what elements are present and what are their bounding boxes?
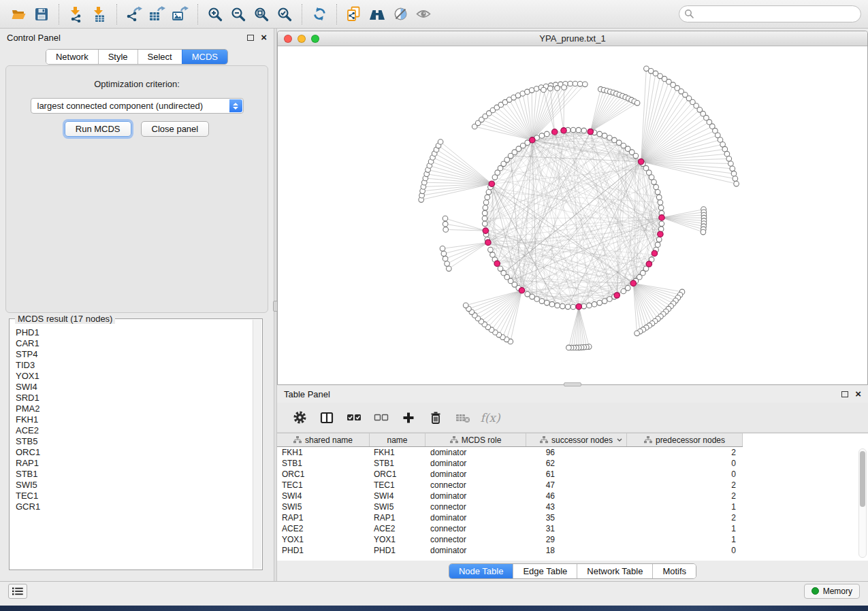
list-item[interactable]: ORC1: [16, 447, 253, 458]
table-cell[interactable]: 0: [627, 469, 743, 479]
table-cell[interactable]: 61: [526, 469, 627, 479]
list-item[interactable]: ACE2: [16, 425, 253, 436]
tab-motifs[interactable]: Motifs: [652, 564, 696, 578]
tab-select[interactable]: Select: [138, 50, 182, 64]
table-cell[interactable]: dominator: [425, 459, 526, 468]
list-item[interactable]: TID3: [16, 360, 253, 371]
new-network-from-selection-icon[interactable]: [344, 4, 364, 24]
column-header[interactable]: name: [370, 433, 425, 446]
list-item[interactable]: SWI5: [16, 480, 253, 491]
table-cell[interactable]: PHD1: [370, 546, 425, 555]
table-cell[interactable]: dominator: [425, 448, 526, 457]
create-column-plus-icon[interactable]: [398, 408, 419, 428]
export-table-icon[interactable]: [147, 4, 167, 24]
sort-chevron-icon[interactable]: [617, 438, 622, 442]
table-row[interactable]: RAP1RAP1dominator352: [277, 512, 868, 523]
refresh-icon[interactable]: [309, 4, 329, 24]
hide-graphics-details-icon[interactable]: [390, 4, 411, 24]
table-row[interactable]: ACE2ACE2connector311: [277, 523, 868, 534]
mcds-result-scrollbar[interactable]: [253, 320, 261, 569]
network-graph[interactable]: [278, 46, 865, 382]
table-cell[interactable]: ORC1: [277, 469, 370, 479]
delete-column-trash-icon[interactable]: [425, 408, 446, 428]
memory-button[interactable]: Memory: [804, 584, 860, 599]
table-cell[interactable]: SWI4: [277, 491, 370, 501]
table-row[interactable]: YOX1YOX1connector291: [277, 534, 868, 545]
table-row[interactable]: SWI4SWI4dominator462: [277, 491, 868, 501]
table-cell[interactable]: STB1: [277, 459, 370, 468]
list-item[interactable]: SWI4: [16, 382, 253, 393]
export-network-icon[interactable]: [124, 4, 144, 24]
close-panel-button[interactable]: Close panel: [141, 121, 210, 137]
table-cell[interactable]: 46: [526, 491, 627, 501]
horizontal-splitter-grip[interactable]: [564, 382, 581, 386]
table-cell[interactable]: SWI5: [370, 502, 425, 512]
list-item[interactable]: PMA2: [16, 403, 253, 414]
table-cell[interactable]: 2: [627, 448, 743, 457]
criterion-dropdown[interactable]: largest connected component (undirected): [31, 98, 244, 114]
zoom-out-icon[interactable]: [228, 4, 248, 24]
table-cell[interactable]: YOX1: [370, 535, 425, 544]
tab-edge-table[interactable]: Edge Table: [513, 564, 577, 578]
table-cell[interactable]: 29: [526, 535, 627, 544]
table-cell[interactable]: PHD1: [277, 546, 370, 555]
table-cell[interactable]: connector: [425, 502, 526, 512]
table-cell[interactable]: 1: [627, 535, 743, 544]
list-item[interactable]: CAR1: [16, 338, 253, 349]
table-cell[interactable]: ORC1: [370, 469, 425, 479]
table-cell[interactable]: RAP1: [277, 513, 370, 523]
list-item[interactable]: PHD1: [16, 327, 253, 338]
table-cell[interactable]: 43: [526, 502, 627, 512]
table-cell[interactable]: 2: [627, 513, 743, 523]
table-cell[interactable]: connector: [425, 535, 526, 544]
zoom-fit-icon[interactable]: [251, 4, 272, 24]
table-cell[interactable]: RAP1: [370, 513, 425, 523]
table-cell[interactable]: 1: [627, 524, 743, 533]
table-cell[interactable]: connector: [425, 524, 526, 533]
list-item[interactable]: GCR1: [16, 501, 253, 512]
import-network-icon[interactable]: [66, 4, 86, 24]
run-mcds-button[interactable]: Run MCDS: [65, 121, 131, 137]
table-cell[interactable]: 31: [526, 524, 627, 533]
table-row[interactable]: PHD1PHD1dominator180: [277, 545, 868, 556]
show-columns-icon[interactable]: [317, 408, 337, 428]
table-cell[interactable]: connector: [425, 480, 526, 490]
task-history-button[interactable]: [8, 584, 27, 599]
table-cell[interactable]: YOX1: [277, 535, 370, 544]
list-item[interactable]: TEC1: [16, 491, 253, 501]
tab-style[interactable]: Style: [98, 50, 138, 64]
table-cell[interactable]: 18: [526, 546, 627, 555]
tab-node-table[interactable]: Node Table: [449, 564, 513, 578]
tab-network[interactable]: Network: [46, 50, 98, 64]
tab-network-table[interactable]: Network Table: [577, 564, 652, 578]
table-cell[interactable]: FKH1: [277, 448, 370, 457]
table-cell[interactable]: TEC1: [370, 480, 425, 490]
list-item[interactable]: STB1: [16, 469, 253, 480]
table-scrollbar[interactable]: [858, 448, 867, 558]
list-item[interactable]: STB5: [16, 436, 253, 447]
table-cell[interactable]: 62: [526, 459, 627, 468]
table-cell[interactable]: 35: [526, 513, 627, 523]
table-cell[interactable]: ACE2: [277, 524, 370, 533]
column-header[interactable]: shared name: [277, 433, 370, 446]
table-scrollbar-thumb[interactable]: [860, 451, 865, 507]
table-cell[interactable]: ACE2: [370, 524, 425, 533]
table-cell[interactable]: TEC1: [277, 480, 370, 490]
list-item[interactable]: SRD1: [16, 393, 253, 403]
find-binoculars-icon[interactable]: [367, 4, 387, 24]
table-cell[interactable]: 96: [526, 448, 627, 457]
list-item[interactable]: RAP1: [16, 458, 253, 469]
table-cell[interactable]: dominator: [425, 491, 526, 501]
table-cell[interactable]: dominator: [425, 546, 526, 555]
column-header[interactable]: predecessor nodes: [627, 433, 743, 446]
save-session-icon[interactable]: [31, 4, 52, 24]
table-row[interactable]: FKH1FKH1dominator962: [277, 447, 868, 458]
table-cell[interactable]: dominator: [425, 469, 526, 479]
zoom-selected-icon[interactable]: [274, 4, 295, 24]
table-cell[interactable]: 0: [627, 459, 743, 468]
table-cell[interactable]: FKH1: [370, 448, 425, 457]
close-table-panel-icon[interactable]: ×: [855, 391, 861, 397]
deselect-all-columns-icon[interactable]: [371, 408, 391, 428]
export-image-icon[interactable]: [170, 4, 191, 24]
network-canvas[interactable]: [278, 46, 867, 384]
